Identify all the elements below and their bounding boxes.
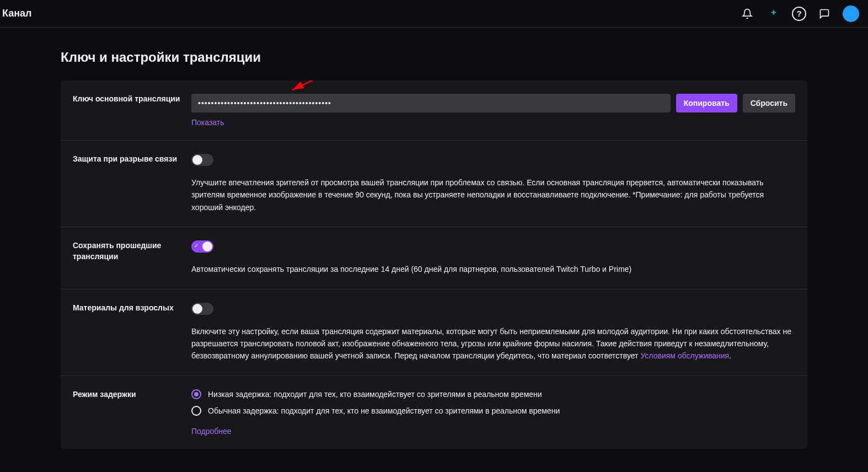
svg-marker-1	[292, 82, 304, 90]
mature-description: Включите эту настройку, если ваша трансл…	[191, 325, 795, 362]
vod-description: Автоматически сохранять трансляции за по…	[191, 263, 795, 275]
vod-toggle[interactable]: ✓	[191, 240, 213, 253]
mature-desc-post: .	[729, 351, 731, 360]
latency-more-link[interactable]: Подробнее	[191, 427, 232, 436]
vod-label: Сохранять прошедшие трансляции	[73, 240, 191, 275]
row-latency-mode: Режим задержки Низкая задержка: подходит…	[61, 376, 807, 449]
disconnect-toggle[interactable]	[191, 154, 213, 166]
latency-normal-option[interactable]: Обычная задержка: подходит для тех, кто …	[191, 406, 795, 416]
disconnect-description: Улучшите впечатления зрителей от просмот…	[191, 176, 795, 213]
row-mature-content: Материалы для взрослых Включите эту наст…	[61, 289, 807, 376]
disconnect-label: Защита при разрыве связи	[73, 154, 191, 213]
stream-key-label: Ключ основной трансляции	[73, 94, 191, 127]
chat-icon[interactable]	[816, 6, 833, 22]
sparkle-icon[interactable]	[765, 6, 782, 22]
content-area: Ключ и настройки трансляции Ключ основно…	[0, 28, 868, 449]
mature-toggle[interactable]	[191, 303, 213, 315]
latency-low-option[interactable]: Низкая задержка: подходит для тех, кто в…	[191, 389, 795, 399]
page-header-title: Канал	[0, 8, 32, 19]
mature-label: Материалы для взрослых	[73, 303, 191, 362]
radio-unselected-icon	[191, 406, 201, 416]
stream-key-input[interactable]	[191, 94, 671, 112]
svg-line-0	[292, 81, 392, 90]
row-disconnect-protection: Защита при разрыве связи Улучшите впечат…	[61, 141, 807, 227]
page-title: Ключ и настройки трансляции	[61, 50, 807, 65]
latency-label: Режим задержки	[73, 389, 191, 436]
show-key-link[interactable]: Показать	[191, 118, 224, 127]
reset-button[interactable]: Сбросить	[743, 94, 795, 112]
topbar: Канал ?	[0, 0, 868, 28]
help-icon[interactable]: ?	[792, 7, 806, 21]
copy-button[interactable]: Копировать	[676, 94, 737, 112]
annotation-arrow	[276, 81, 397, 98]
avatar[interactable]	[843, 6, 859, 22]
notifications-icon[interactable]	[739, 6, 756, 22]
latency-low-label: Низкая задержка: подходит для тех, кто в…	[208, 390, 542, 399]
radio-selected-icon	[191, 389, 201, 399]
topbar-actions: ?	[739, 6, 859, 22]
settings-panel: Ключ основной трансляции Копировать Сбро…	[61, 81, 807, 449]
row-store-vods: Сохранять прошедшие трансляции ✓ Автомат…	[61, 227, 807, 289]
row-stream-key: Ключ основной трансляции Копировать Сбро…	[61, 81, 807, 141]
latency-normal-label: Обычная задержка: подходит для тех, кто …	[208, 406, 560, 415]
tos-link[interactable]: Условиям обслуживания	[640, 351, 729, 360]
